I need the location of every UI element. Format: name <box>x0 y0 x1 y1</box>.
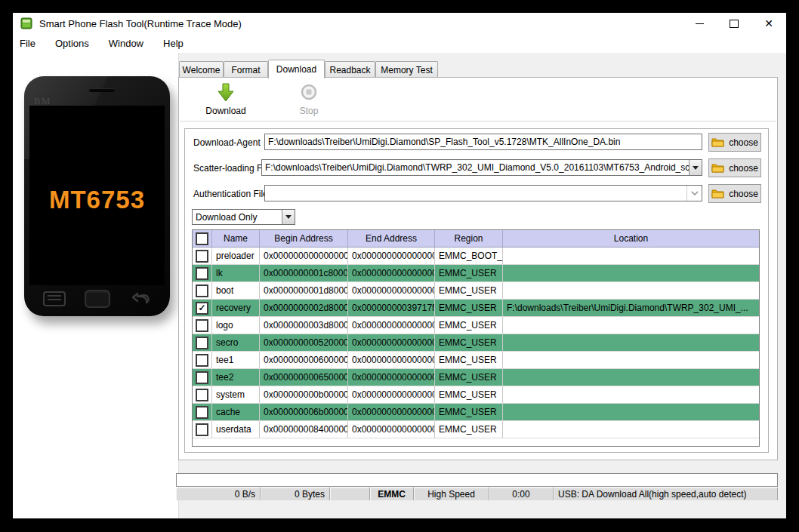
cell-begin-address: 0x0000000001c80000 <box>260 265 348 281</box>
choose-button-label: choose <box>729 163 758 174</box>
cell-name: tee2 <box>212 369 260 386</box>
table-row[interactable]: ✓ recovery 0x0000000002d80000 0x00000000… <box>193 300 759 317</box>
cell-begin-address: 0x000000006b000000 <box>260 404 348 420</box>
cell-region: EMMC_USER <box>435 369 503 386</box>
table-row[interactable]: userdata 0x0000000084000000 0x0000000000… <box>193 421 759 438</box>
table-row[interactable]: tee1 0x0000000006000000 0x00000000000000… <box>193 352 759 369</box>
scatter-file-choose-button[interactable]: choose <box>708 158 761 177</box>
table-row[interactable]: logo 0x0000000003d80000 0x00000000000000… <box>193 317 759 334</box>
table-body: preloader 0x0000000000000000 0x000000000… <box>193 248 759 438</box>
row-checkbox[interactable] <box>193 334 212 351</box>
title-bar: Smart Phone Flash Tool(Runtime Trace Mod… <box>13 13 786 34</box>
menu-help[interactable]: Help <box>153 34 193 53</box>
select-all-checkbox[interactable] <box>193 230 212 247</box>
scatter-dropdown-button[interactable] <box>689 160 702 175</box>
cell-begin-address: 0x0000000000000000 <box>260 248 348 264</box>
scatter-file-combobox[interactable]: F:\downloads\Treiber\UmiDigi.Diamond\TWR… <box>261 159 702 176</box>
row-checkbox[interactable]: ✓ <box>193 300 212 316</box>
tab-memory-test[interactable]: Memory Test <box>375 61 438 78</box>
chevron-down-icon <box>691 191 699 195</box>
auth-dropdown-button[interactable] <box>686 186 702 201</box>
row-checkbox[interactable] <box>193 386 212 403</box>
cell-location <box>503 386 759 403</box>
menu-options[interactable]: Options <box>45 34 99 53</box>
checkbox-icon <box>196 337 208 349</box>
checkbox-icon <box>196 423 208 436</box>
tab-download[interactable]: Download <box>268 60 325 78</box>
download-button[interactable]: Download <box>201 83 251 119</box>
mode-dropdown-button[interactable] <box>282 210 295 224</box>
checkbox-icon <box>196 284 208 297</box>
cell-begin-address: 0x0000000006000000 <box>260 352 348 368</box>
table-row[interactable]: tee2 0x0000000006500000 0x00000000000000… <box>193 369 759 386</box>
auth-file-choose-button[interactable]: choose <box>708 184 761 203</box>
table-row[interactable]: secro 0x0000000005200000 0x0000000000000… <box>193 334 759 352</box>
header-name: Name <box>212 230 260 247</box>
cell-end-address: 0x0000000000000000 <box>348 421 435 438</box>
cell-name: system <box>212 386 260 403</box>
header-begin-address: Begin Address <box>260 230 348 247</box>
cell-region: EMMC_USER <box>435 282 503 299</box>
status-segment: USB: DA Download All(high speed,auto det… <box>554 487 778 500</box>
checkbox-icon <box>196 371 208 384</box>
menu-file[interactable]: File <box>13 34 45 53</box>
cell-end-address: 0x0000000000000000 <box>348 404 435 420</box>
menu-window[interactable]: Window <box>99 34 153 53</box>
tab-format[interactable]: Format <box>224 61 268 78</box>
cell-name: preloader <box>212 248 260 264</box>
table-row[interactable]: lk 0x0000000001c80000 0x0000000000000000… <box>193 265 759 282</box>
auth-file-combobox[interactable] <box>264 185 702 201</box>
app-icon <box>20 17 32 29</box>
table-header-row: Name Begin Address End Address Region Lo… <box>193 230 759 248</box>
phone-menu-icon <box>43 291 66 306</box>
cell-region: EMMC_USER <box>435 334 503 351</box>
cell-region: EMMC_USER <box>435 421 503 438</box>
tab-welcome[interactable]: Welcome <box>179 61 224 78</box>
table-row[interactable]: preloader 0x0000000000000000 0x000000000… <box>193 248 759 265</box>
header-end-address: End Address <box>348 230 435 247</box>
minimize-button[interactable] <box>682 13 717 34</box>
row-checkbox[interactable] <box>193 282 212 299</box>
download-arrow-icon <box>217 83 235 103</box>
header-region: Region <box>435 230 503 247</box>
folder-icon <box>711 163 724 173</box>
scatter-file-label: Scatter-loading File <box>193 163 271 174</box>
cell-location <box>503 404 759 420</box>
cell-end-address: 0x00000000039717ff <box>348 300 435 316</box>
flash-mode-select[interactable]: Download Only <box>192 209 295 225</box>
cell-begin-address: 0x0000000001d80000 <box>260 282 348 299</box>
tab-readback[interactable]: Readback <box>325 61 375 78</box>
cell-location <box>503 352 759 368</box>
maximize-button[interactable] <box>717 13 751 34</box>
close-button[interactable]: ✕ <box>751 13 786 34</box>
status-segment <box>330 487 370 500</box>
row-checkbox[interactable] <box>193 421 212 438</box>
cell-begin-address: 0x000000000b000000 <box>260 386 348 403</box>
checkbox-icon <box>196 250 208 263</box>
download-agent-input[interactable] <box>264 134 702 150</box>
cell-begin-address: 0x0000000084000000 <box>260 421 348 438</box>
cell-location <box>503 265 759 281</box>
row-checkbox[interactable] <box>193 248 212 264</box>
status-segment: 0:00 <box>489 487 554 500</box>
cell-region: EMMC_USER <box>435 265 503 281</box>
status-bar: 0 B/s0 BytesEMMCHigh Speed0:00USB: DA Do… <box>176 487 778 500</box>
phone-back-icon <box>131 291 151 305</box>
cell-region: EMMC_USER <box>435 386 503 403</box>
table-row[interactable]: boot 0x0000000001d80000 0x00000000000000… <box>193 282 759 300</box>
status-segment: High Speed <box>414 487 489 500</box>
cell-location <box>503 282 759 299</box>
phone-badge: BM <box>34 95 51 107</box>
flash-mode-value: Download Only <box>193 212 282 223</box>
download-agent-choose-button[interactable]: choose <box>708 133 761 152</box>
row-checkbox[interactable] <box>193 352 212 368</box>
checkbox-icon: ✓ <box>196 302 208 315</box>
table-row[interactable]: system 0x000000000b000000 0x000000000000… <box>193 386 759 404</box>
cell-region: EMMC_USER <box>435 404 503 420</box>
row-checkbox[interactable] <box>193 317 212 334</box>
table-row[interactable]: cache 0x000000006b000000 0x0000000000000… <box>193 404 759 421</box>
row-checkbox[interactable] <box>193 265 212 281</box>
row-checkbox[interactable] <box>193 404 212 420</box>
cell-begin-address: 0x0000000005200000 <box>260 334 348 351</box>
row-checkbox[interactable] <box>193 369 212 386</box>
